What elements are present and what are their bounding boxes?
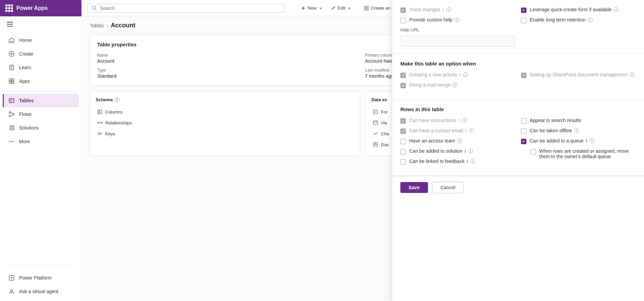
rows-section-title: Rows in this table <box>400 106 636 112</box>
when-rows-created-checkbox[interactable] <box>531 149 536 154</box>
enable-long-term-info[interactable]: i <box>588 17 593 22</box>
search-icon <box>92 5 97 11</box>
can-have-connections-checkbox[interactable]: ✓ <box>400 118 406 124</box>
panel-top-section: ✓ Track changes 1 i Provide custom help <box>392 0 644 54</box>
sidebar-item-create[interactable]: Create <box>3 47 79 61</box>
schema-item-keys[interactable]: Keys <box>96 128 354 139</box>
svg-point-22 <box>92 6 96 9</box>
search-box[interactable] <box>87 4 285 13</box>
sidebar-item-home[interactable]: Home <box>3 33 79 47</box>
breadcrumb-separator: › <box>106 23 108 28</box>
edit-button[interactable]: Edit <box>327 3 355 13</box>
svg-rect-43 <box>373 121 378 125</box>
search-input[interactable] <box>100 5 280 11</box>
sidebar-item-power-platform[interactable]: Power Platform <box>3 271 79 285</box>
can-be-added-queue-info[interactable]: i <box>589 138 594 143</box>
have-access-team-label: Have an access team i <box>409 138 516 144</box>
help-url-input[interactable] <box>400 35 516 47</box>
can-have-connections-label: Can have connections 1 i <box>409 118 516 123</box>
sidebar-item-more[interactable]: More <box>3 135 79 148</box>
puzzle-icon <box>8 124 15 131</box>
doing-mail-merge-checkbox[interactable]: ✓ <box>400 83 406 88</box>
sidebar-item-label: Home <box>19 37 32 43</box>
rows-right: Appear in search results Can be taken of… <box>521 118 636 169</box>
plus-circle-icon <box>8 50 15 57</box>
track-changes-info[interactable]: i <box>446 7 451 12</box>
schema-item-relationships[interactable]: Relationships <box>96 117 354 128</box>
option-when-title: Make this table an option when <box>400 61 636 66</box>
book-icon <box>8 64 15 71</box>
schema-card: Schema i Columns Relationships Keys <box>90 91 360 156</box>
main-nav: Home Create Learn Apps <box>0 32 81 262</box>
have-access-team-info[interactable]: i <box>457 138 462 143</box>
flow-icon <box>8 111 15 118</box>
table-properties-panel: ✓ Track changes 1 i Provide custom help <box>392 0 644 301</box>
provide-custom-help-checkbox[interactable] <box>400 18 406 23</box>
leverage-quick-create-checkbox[interactable]: ✓ <box>521 7 526 13</box>
sidebar-item-tables[interactable]: Tables <box>3 94 79 107</box>
sidebar-toggle[interactable] <box>0 16 81 32</box>
can-be-added-solution-label: Can be added to solution 1 i <box>409 148 516 154</box>
save-button[interactable]: Save <box>400 182 428 193</box>
sidebar-item-flows[interactable]: Flows <box>3 107 79 121</box>
can-be-added-solution-checkbox[interactable] <box>400 149 406 154</box>
svg-rect-10 <box>12 81 14 84</box>
cancel-button[interactable]: Cancel <box>432 182 464 193</box>
svg-point-16 <box>9 115 11 117</box>
schema-item-columns[interactable]: Columns <box>96 106 354 117</box>
appear-search-results-option: Appear in search results <box>521 118 636 124</box>
agent-icon <box>8 288 15 295</box>
sidebar-item-solutions[interactable]: Solutions <box>3 121 79 135</box>
sidebar-item-label: Tables <box>19 98 34 103</box>
track-changes-checkbox[interactable]: ✓ <box>400 7 406 13</box>
svg-rect-40 <box>373 110 378 114</box>
sharepoint-checkbox[interactable]: ✓ <box>521 73 526 78</box>
creating-new-activity-info[interactable]: i <box>463 72 468 77</box>
option-when-left: ✓ Creating a new activity 1 i ✓ <box>400 72 516 92</box>
provide-custom-help-info[interactable]: i <box>455 17 459 22</box>
new-button[interactable]: New <box>297 3 326 13</box>
hamburger-icon[interactable] <box>5 19 76 29</box>
svg-rect-9 <box>9 81 11 84</box>
sharepoint-info[interactable]: i <box>630 72 634 77</box>
can-be-taken-offline-checkbox[interactable] <box>521 129 526 134</box>
sidebar-item-label: Ask a virtual agent <box>19 289 58 294</box>
svg-point-39 <box>98 133 101 135</box>
waffle-icon[interactable] <box>5 4 13 12</box>
plus-icon <box>301 6 306 11</box>
can-have-contact-email-option: ✓ Can have a contact email 1 i <box>400 128 516 134</box>
svg-point-18 <box>11 141 12 142</box>
can-have-contact-email-info[interactable]: i <box>469 128 474 133</box>
views-icon <box>373 120 378 125</box>
can-be-linked-feedback-info[interactable]: i <box>470 159 475 164</box>
toolbar-divider <box>357 4 358 12</box>
breadcrumb-parent[interactable]: Tables <box>90 23 104 28</box>
creating-new-activity-checkbox[interactable]: ✓ <box>400 73 406 78</box>
can-be-taken-offline-info[interactable]: i <box>574 128 579 133</box>
enable-long-term-checkbox[interactable] <box>521 18 526 23</box>
sidebar-item-learn[interactable]: Learn <box>3 61 79 74</box>
doing-mail-merge-info[interactable]: i <box>453 82 457 87</box>
can-be-linked-feedback-checkbox[interactable] <box>400 159 406 165</box>
can-have-contact-email-checkbox[interactable]: ✓ <box>400 129 406 134</box>
home-icon <box>8 37 15 44</box>
sidebar-item-apps[interactable]: Apps <box>3 74 79 88</box>
have-access-team-checkbox[interactable] <box>400 139 406 144</box>
can-be-added-solution-option: Can be added to solution 1 i <box>400 148 516 154</box>
doing-mail-merge-option: ✓ Doing a mail merge i <box>400 82 516 88</box>
can-be-added-solution-info[interactable]: i <box>468 149 473 153</box>
schema-info-icon[interactable]: i <box>115 97 120 102</box>
create-app-icon <box>364 6 369 11</box>
svg-point-21 <box>11 290 13 292</box>
appear-search-results-checkbox[interactable] <box>521 118 526 124</box>
can-have-connections-info[interactable]: i <box>462 118 467 123</box>
right-top-options: ✓ Leverage quick-create form if availabl… <box>521 7 636 47</box>
sidebar-item-ask-agent[interactable]: Ask a virtual agent <box>3 285 79 298</box>
svg-rect-35 <box>100 110 102 114</box>
power-icon <box>8 274 15 281</box>
leverage-quick-create-info[interactable]: i <box>614 7 618 12</box>
can-be-added-queue-checkbox[interactable]: ✓ <box>521 139 526 144</box>
can-be-linked-feedback-option: Can be linked to feedback 1 i <box>400 159 516 165</box>
sidebar-item-label: Create <box>19 51 33 57</box>
main-content: New Edit Create an app Using this Tables <box>82 0 644 301</box>
